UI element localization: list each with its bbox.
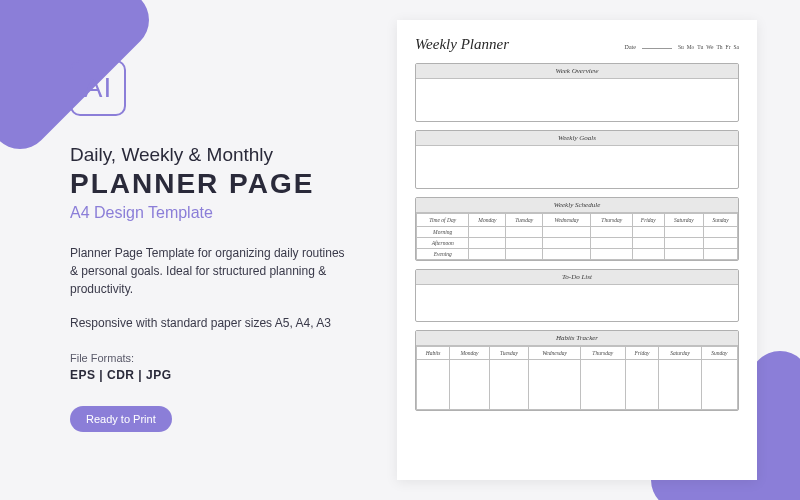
date-underline [642,48,672,49]
schedule-table: Time of Day Monday Tuesday Wednesday Thu… [416,213,738,260]
week-overview-section: Week Overview [415,63,739,122]
planner-header: Weekly Planner Date Su Mo Tu We Th Fr Sa [415,36,739,53]
habits-day: Wednesday [529,347,581,360]
ai-logo-badge: AI [70,60,126,116]
planner-date-row: Date Su Mo Tu We Th Fr Sa [625,44,739,50]
habits-day: Friday [625,347,659,360]
schedule-day: Thursday [591,214,633,227]
day-short: Mo [687,44,695,50]
habits-day: Monday [450,347,490,360]
day-short: Sa [734,44,740,50]
habits-day: Sunday [701,347,737,360]
schedule-day: Sunday [704,214,738,227]
ready-to-print-badge: Ready to Print [70,406,172,432]
main-container: AI Daily, Weekly & Monthly PLANNER PAGE … [0,0,800,500]
habits-header-row: Habits Monday Tuesday Wednesday Thursday… [417,347,738,360]
weekly-goals-header: Weekly Goals [416,131,738,146]
date-label: Date [625,44,636,50]
weekly-schedule-section: Weekly Schedule Time of Day Monday Tuesd… [415,197,739,261]
day-short: Th [716,44,722,50]
time-of-day-col: Time of Day [417,214,469,227]
day-short: Fr [726,44,731,50]
file-formats-label: File Formats: [70,352,354,364]
week-overview-header: Week Overview [416,64,738,79]
days-short-row: Su Mo Tu We Th Fr Sa [678,44,739,50]
preview-panel: Weekly Planner Date Su Mo Tu We Th Fr Sa [384,0,800,500]
heading-subtitle: A4 Design Template [70,204,354,222]
week-overview-body [416,79,738,121]
habits-table: Habits Monday Tuesday Wednesday Thursday… [416,346,738,410]
todo-header: To-Do List [416,270,738,285]
description-text: Planner Page Template for organizing dai… [70,244,354,298]
schedule-day: Friday [633,214,665,227]
habits-day: Tuesday [489,347,529,360]
schedule-row: Morning [417,227,738,238]
habits-body-row [417,360,738,410]
schedule-day: Saturday [664,214,704,227]
schedule-time-label: Evening [417,249,469,260]
schedule-time-label: Afternoon [417,238,469,249]
todo-section: To-Do List [415,269,739,322]
habits-day: Saturday [659,347,702,360]
habits-tracker-header: Habits Tracker [416,331,738,346]
todo-body [416,285,738,321]
habits-col: Habits [417,347,450,360]
habits-tracker-section: Habits Tracker Habits Monday Tuesday Wed… [415,330,739,411]
weekly-goals-body [416,146,738,188]
weekly-goals-section: Weekly Goals [415,130,739,189]
schedule-day: Wednesday [543,214,591,227]
schedule-day: Monday [469,214,506,227]
ai-logo-text: AI [84,72,112,104]
schedule-row: Evening [417,249,738,260]
weekly-schedule-header: Weekly Schedule [416,198,738,213]
info-panel: AI Daily, Weekly & Monthly PLANNER PAGE … [0,0,384,500]
schedule-row: Afternoon [417,238,738,249]
habits-day: Thursday [580,347,625,360]
day-short: Tu [697,44,703,50]
schedule-header-row: Time of Day Monday Tuesday Wednesday Thu… [417,214,738,227]
heading-main: PLANNER PAGE [70,168,354,200]
responsive-text: Responsive with standard paper sizes A5,… [70,316,354,330]
schedule-time-label: Morning [417,227,469,238]
planner-title: Weekly Planner [415,36,509,53]
day-short: Su [678,44,684,50]
file-formats-list: EPS | CDR | JPG [70,368,354,382]
day-short: We [706,44,713,50]
planner-page-preview: Weekly Planner Date Su Mo Tu We Th Fr Sa [397,20,757,480]
heading-pretitle: Daily, Weekly & Monthly [70,144,354,166]
schedule-day: Tuesday [506,214,543,227]
